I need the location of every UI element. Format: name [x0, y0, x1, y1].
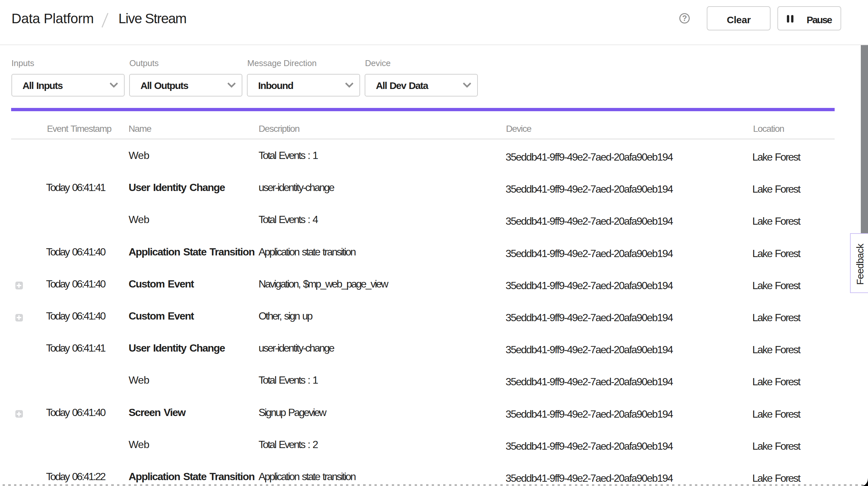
svg-text:?: ? [682, 14, 687, 23]
